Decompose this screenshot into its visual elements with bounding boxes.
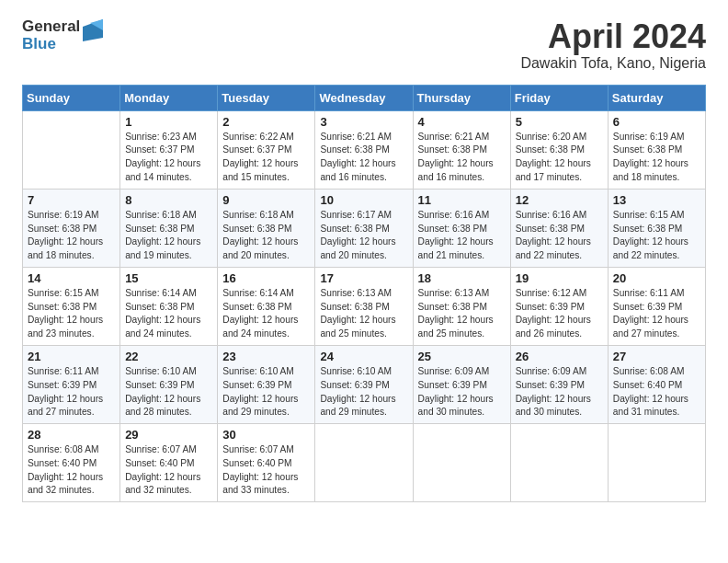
day-info: Sunrise: 6:22 AMSunset: 6:37 PMDaylight:… <box>222 131 310 185</box>
day-number: 2 <box>222 115 310 129</box>
calendar-cell: 1Sunrise: 6:23 AMSunset: 6:37 PMDaylight… <box>120 110 218 189</box>
day-info: Sunrise: 6:11 AMSunset: 6:39 PMDaylight:… <box>28 365 115 419</box>
day-info: Sunrise: 6:12 AMSunset: 6:39 PMDaylight:… <box>516 287 603 341</box>
calendar-cell: 24Sunrise: 6:10 AMSunset: 6:39 PMDayligh… <box>315 345 413 423</box>
day-info: Sunrise: 6:08 AMSunset: 6:40 PMDaylight:… <box>28 443 115 498</box>
day-number: 4 <box>418 115 506 129</box>
calendar-cell: 13Sunrise: 6:15 AMSunset: 6:38 PMDayligh… <box>608 189 705 267</box>
day-info: Sunrise: 6:19 AMSunset: 6:38 PMDaylight:… <box>613 131 700 185</box>
day-number: 24 <box>320 350 407 363</box>
calendar-cell: 25Sunrise: 6:09 AMSunset: 6:39 PMDayligh… <box>413 345 510 423</box>
day-info: Sunrise: 6:15 AMSunset: 6:38 PMDaylight:… <box>613 209 700 263</box>
calendar-cell: 9Sunrise: 6:18 AMSunset: 6:38 PMDaylight… <box>218 189 315 267</box>
calendar-week-row: 1Sunrise: 6:23 AMSunset: 6:37 PMDaylight… <box>23 110 706 189</box>
day-number: 8 <box>125 193 212 207</box>
day-info: Sunrise: 6:18 AMSunset: 6:38 PMDaylight:… <box>125 209 212 263</box>
day-info: Sunrise: 6:10 AMSunset: 6:39 PMDaylight:… <box>222 365 310 419</box>
day-info: Sunrise: 6:21 AMSunset: 6:38 PMDaylight:… <box>320 131 407 185</box>
calendar-cell: 16Sunrise: 6:14 AMSunset: 6:38 PMDayligh… <box>218 267 315 345</box>
day-info: Sunrise: 6:07 AMSunset: 6:40 PMDaylight:… <box>125 443 212 498</box>
day-info: Sunrise: 6:08 AMSunset: 6:40 PMDaylight:… <box>613 365 700 419</box>
day-info: Sunrise: 6:23 AMSunset: 6:37 PMDaylight:… <box>125 131 212 185</box>
day-info: Sunrise: 6:17 AMSunset: 6:38 PMDaylight:… <box>320 209 407 263</box>
calendar-week-row: 7Sunrise: 6:19 AMSunset: 6:38 PMDaylight… <box>23 189 706 267</box>
day-info: Sunrise: 6:13 AMSunset: 6:38 PMDaylight:… <box>418 287 506 341</box>
day-number: 29 <box>125 428 212 442</box>
calendar-cell: 28Sunrise: 6:08 AMSunset: 6:40 PMDayligh… <box>23 424 120 502</box>
day-info: Sunrise: 6:10 AMSunset: 6:39 PMDaylight:… <box>125 365 212 419</box>
calendar-cell: 11Sunrise: 6:16 AMSunset: 6:38 PMDayligh… <box>413 189 510 267</box>
day-number: 13 <box>613 193 700 207</box>
day-info: Sunrise: 6:11 AMSunset: 6:39 PMDaylight:… <box>613 287 700 341</box>
calendar-cell: 6Sunrise: 6:19 AMSunset: 6:38 PMDaylight… <box>608 110 705 189</box>
day-number: 16 <box>222 271 310 285</box>
day-info: Sunrise: 6:19 AMSunset: 6:38 PMDaylight:… <box>28 209 115 263</box>
calendar-cell: 4Sunrise: 6:21 AMSunset: 6:38 PMDaylight… <box>413 110 510 189</box>
calendar-cell: 20Sunrise: 6:11 AMSunset: 6:39 PMDayligh… <box>608 267 705 345</box>
day-info: Sunrise: 6:16 AMSunset: 6:38 PMDaylight:… <box>516 209 603 263</box>
day-number: 19 <box>516 271 603 285</box>
day-info: Sunrise: 6:21 AMSunset: 6:38 PMDaylight:… <box>418 131 506 185</box>
location-subtitle: Dawakin Tofa, Kano, Nigeria <box>520 55 706 72</box>
calendar-cell: 22Sunrise: 6:10 AMSunset: 6:39 PMDayligh… <box>120 345 218 423</box>
day-info: Sunrise: 6:07 AMSunset: 6:40 PMDaylight:… <box>222 443 310 498</box>
calendar-header-friday: Friday <box>510 85 608 110</box>
day-number: 23 <box>222 350 310 363</box>
day-info: Sunrise: 6:16 AMSunset: 6:38 PMDaylight:… <box>418 209 506 263</box>
calendar-cell: 27Sunrise: 6:08 AMSunset: 6:40 PMDayligh… <box>608 345 705 423</box>
calendar-cell: 26Sunrise: 6:09 AMSunset: 6:39 PMDayligh… <box>510 345 608 423</box>
day-number: 11 <box>418 193 506 207</box>
calendar-cell: 15Sunrise: 6:14 AMSunset: 6:38 PMDayligh… <box>120 267 218 345</box>
day-number: 25 <box>418 350 506 363</box>
calendar-body: 1Sunrise: 6:23 AMSunset: 6:37 PMDaylight… <box>23 110 706 502</box>
day-number: 22 <box>125 350 212 363</box>
day-info: Sunrise: 6:15 AMSunset: 6:38 PMDaylight:… <box>28 287 115 341</box>
calendar-header-row: SundayMondayTuesdayWednesdayThursdayFrid… <box>23 85 706 110</box>
calendar-cell: 19Sunrise: 6:12 AMSunset: 6:39 PMDayligh… <box>510 267 608 345</box>
calendar-cell: 2Sunrise: 6:22 AMSunset: 6:37 PMDaylight… <box>218 110 315 189</box>
calendar-week-row: 21Sunrise: 6:11 AMSunset: 6:39 PMDayligh… <box>23 345 706 423</box>
calendar-cell <box>608 424 705 502</box>
calendar-header-wednesday: Wednesday <box>315 85 413 110</box>
calendar-cell: 21Sunrise: 6:11 AMSunset: 6:39 PMDayligh… <box>23 345 120 423</box>
calendar-header-tuesday: Tuesday <box>218 85 315 110</box>
month-title: April 2024 <box>520 18 706 55</box>
day-number: 6 <box>613 115 700 129</box>
calendar-cell: 12Sunrise: 6:16 AMSunset: 6:38 PMDayligh… <box>510 189 608 267</box>
calendar-cell: 14Sunrise: 6:15 AMSunset: 6:38 PMDayligh… <box>23 267 120 345</box>
day-number: 17 <box>320 271 407 285</box>
day-number: 1 <box>125 115 212 129</box>
header: General Blue April 2024 Dawakin Tofa, Ka… <box>22 18 706 72</box>
day-info: Sunrise: 6:13 AMSunset: 6:38 PMDaylight:… <box>320 287 407 341</box>
day-number: 27 <box>613 350 700 363</box>
day-number: 15 <box>125 271 212 285</box>
logo-bird-icon <box>83 19 103 49</box>
day-info: Sunrise: 6:18 AMSunset: 6:38 PMDaylight:… <box>222 209 310 263</box>
calendar-cell <box>510 424 608 502</box>
calendar-header-saturday: Saturday <box>608 85 705 110</box>
day-info: Sunrise: 6:09 AMSunset: 6:39 PMDaylight:… <box>516 365 603 419</box>
day-info: Sunrise: 6:14 AMSunset: 6:38 PMDaylight:… <box>222 287 310 341</box>
calendar-header-sunday: Sunday <box>23 85 120 110</box>
day-number: 9 <box>222 193 310 207</box>
calendar-cell <box>315 424 413 502</box>
calendar-cell: 10Sunrise: 6:17 AMSunset: 6:38 PMDayligh… <box>315 189 413 267</box>
day-number: 3 <box>320 115 407 129</box>
day-info: Sunrise: 6:10 AMSunset: 6:39 PMDaylight:… <box>320 365 407 419</box>
day-number: 14 <box>28 271 115 285</box>
calendar-table: SundayMondayTuesdayWednesdayThursdayFrid… <box>22 85 706 503</box>
calendar-cell: 8Sunrise: 6:18 AMSunset: 6:38 PMDaylight… <box>120 189 218 267</box>
calendar-cell: 30Sunrise: 6:07 AMSunset: 6:40 PMDayligh… <box>218 424 315 502</box>
logo-text: General Blue <box>22 18 80 52</box>
calendar-cell: 29Sunrise: 6:07 AMSunset: 6:40 PMDayligh… <box>120 424 218 502</box>
calendar-header-monday: Monday <box>120 85 218 110</box>
calendar-cell <box>23 110 120 189</box>
day-number: 10 <box>320 193 407 207</box>
day-number: 20 <box>613 271 700 285</box>
calendar-week-row: 28Sunrise: 6:08 AMSunset: 6:40 PMDayligh… <box>23 424 706 502</box>
day-number: 26 <box>516 350 603 363</box>
day-number: 30 <box>222 428 310 442</box>
day-number: 18 <box>418 271 506 285</box>
day-number: 21 <box>28 350 115 363</box>
day-info: Sunrise: 6:14 AMSunset: 6:38 PMDaylight:… <box>125 287 212 341</box>
